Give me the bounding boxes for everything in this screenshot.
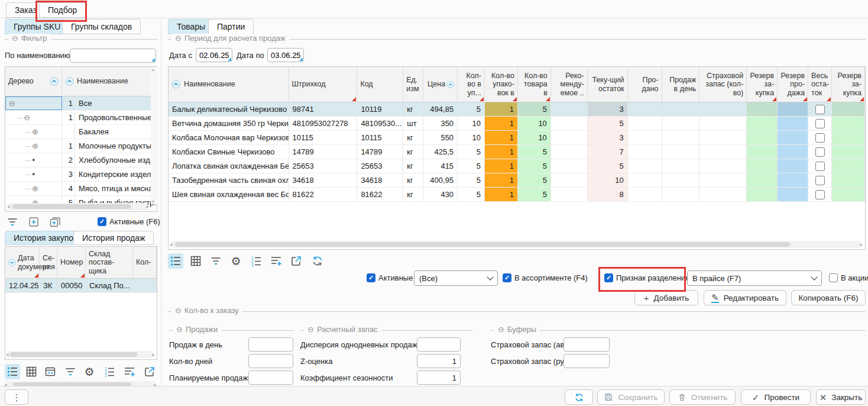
tab-sales-history[interactable]: История продаж — [73, 231, 154, 245]
row-checkbox[interactable] — [808, 145, 832, 159]
add-icon[interactable] — [26, 214, 41, 230]
days-count-input[interactable] — [248, 354, 293, 368]
column-header[interactable]: Наименование — [169, 67, 289, 102]
row-checkbox[interactable] — [808, 102, 832, 116]
save-button[interactable]: Сохранить — [597, 389, 665, 405]
goods-horizontal-scrollbar[interactable] — [170, 241, 862, 248]
column-header[interactable]: Продаж в день — [662, 67, 700, 102]
active-f6-checkbox[interactable]: ✓ — [98, 217, 106, 226]
tree-row[interactable]: ⊖1Все — [5, 96, 157, 111]
table-row[interactable]: Балык деликатесный Черкизово9874110119кг… — [169, 102, 865, 117]
column-header[interactable]: Резерв за-купка — [832, 67, 865, 102]
tree-leaf-icon[interactable]: ● — [5, 167, 62, 181]
column-header[interactable]: Кол- — [133, 247, 157, 278]
gear-icon[interactable]: ⚙ — [228, 253, 244, 269]
split-flag-checkbox[interactable]: ✓ — [604, 273, 613, 282]
row-checkbox[interactable] — [808, 173, 832, 187]
column-header[interactable]: Се-рия — [40, 247, 57, 278]
active-checkbox[interactable]: ✓ — [367, 273, 375, 282]
numbered-list-icon[interactable]: 123 — [248, 253, 264, 269]
column-header[interactable]: Код — [357, 67, 403, 102]
name-filter-input[interactable] — [70, 49, 156, 62]
table-row[interactable]: Шея свиная охлажденная вес Бо...81622816… — [169, 188, 865, 202]
tree-leaf-icon[interactable]: ● — [5, 153, 62, 167]
sync-icon[interactable] — [310, 253, 325, 269]
post-button[interactable]: ✓ Провести — [741, 389, 811, 405]
close-button[interactable]: ✕ Закрыть — [816, 389, 866, 405]
export-icon[interactable] — [289, 253, 304, 269]
column-header[interactable]: Цена — [423, 67, 458, 102]
filter-icon[interactable] — [5, 214, 20, 230]
refresh-button[interactable] — [565, 389, 593, 405]
collapse-icon[interactable]: ⊖ — [307, 326, 314, 333]
date-from-input[interactable] — [196, 49, 232, 62]
row-checkbox[interactable] — [808, 188, 832, 201]
column-header[interactable]: Кол-во товара в — [518, 67, 551, 102]
list-details-icon[interactable] — [168, 253, 183, 269]
column-header[interactable]: Весь оста-ток — [808, 67, 832, 102]
column-header[interactable]: Страховой запас (кол-во) — [699, 67, 747, 102]
tree-row[interactable]: ●3Кондитерские издел... — [5, 167, 157, 182]
table-row[interactable]: Лопатка свиная охлажденная Бел...2565325… — [169, 159, 865, 173]
promo-checkbox[interactable] — [829, 273, 838, 282]
column-header[interactable]: Про-дано — [628, 67, 662, 102]
date-to-input[interactable] — [268, 49, 303, 62]
safety-stock-manual-input[interactable] — [563, 354, 610, 368]
price-list-dropdown[interactable]: В прайсе (F7) — [687, 270, 822, 286]
copy-button[interactable]: Копировать (F6) — [791, 290, 866, 305]
row-checkbox[interactable] — [808, 131, 832, 144]
grid-icon[interactable] — [24, 364, 39, 379]
table-row[interactable]: Ветчина домашняя 350 гр Черкиз...4810953… — [169, 117, 865, 131]
seasonality-input[interactable] — [417, 370, 461, 385]
dispersion-input[interactable] — [417, 337, 461, 352]
tab-batches[interactable]: Партии — [208, 19, 254, 34]
column-header[interactable]: Теку-щий остаток — [588, 67, 628, 102]
collapse-icon[interactable]: ⊖ — [12, 34, 18, 42]
column-header[interactable]: Кол-во в уп... — [458, 67, 485, 102]
sales-per-day-input[interactable] — [248, 337, 293, 352]
tree-collapse-icon[interactable]: ⊖ — [5, 111, 62, 124]
column-header[interactable]: Резерв про-дажа — [778, 67, 808, 102]
edit-button[interactable]: ✎ Редактировать — [704, 290, 786, 305]
tree-name-column-header[interactable]: Наименование — [62, 67, 157, 96]
list-add-icon[interactable] — [122, 364, 137, 379]
table-row[interactable]: Колбаса Молочная вар Черкизово1011510115… — [169, 131, 865, 145]
tab-warehouse-groups[interactable]: Группы складов — [62, 19, 141, 34]
tree-horizontal-scrollbar[interactable] — [8, 203, 148, 210]
list-details-icon[interactable] — [5, 364, 20, 379]
export-icon[interactable] — [142, 364, 157, 379]
collapse-icon[interactable]: ⊖ — [175, 34, 182, 42]
table-row[interactable]: Тазобедренная часть свиная охл...3461834… — [169, 173, 865, 188]
add-multiple-icon[interactable] — [47, 214, 63, 230]
row-checkbox[interactable] — [808, 159, 832, 173]
all-dropdown[interactable]: (Все) — [414, 270, 498, 286]
list-add-icon[interactable] — [268, 253, 284, 269]
history-row[interactable]: 12.04.25ЗК00050Склад По... — [5, 279, 157, 293]
tree-collapse-icon[interactable]: ⊖ — [5, 96, 62, 110]
column-header[interactable]: Дата документ — [5, 247, 40, 278]
column-header[interactable]: Ед. изм — [403, 67, 423, 102]
tree-expand-icon[interactable]: ⊕ — [5, 125, 62, 138]
calendar-icon[interactable] — [43, 364, 58, 379]
panel-splitter[interactable] — [161, 18, 161, 385]
tree-row[interactable]: ⊖1Продовольственные... — [5, 111, 157, 125]
column-header[interactable]: Резерв за-купка — [747, 67, 778, 102]
collapse-icon[interactable]: ⊖ — [176, 326, 183, 333]
column-header[interactable]: Штрихкод — [289, 67, 358, 102]
assortment-checkbox[interactable]: ✓ — [503, 273, 511, 282]
column-header[interactable]: Номер — [57, 247, 86, 278]
tree-vertical-scrollbar[interactable] — [151, 67, 157, 204]
tree-row[interactable]: ⊕1Молочные продукты — [5, 139, 157, 153]
tree-expand-icon[interactable]: ⊕ — [5, 139, 62, 153]
collapse-icon[interactable]: ⊖ — [498, 326, 504, 333]
tab-podbor[interactable]: Подбор — [39, 2, 86, 18]
tree-expand-icon[interactable]: ⊕ — [5, 182, 62, 195]
filter-icon[interactable] — [208, 253, 224, 269]
tab-sku-groups[interactable]: Группы SKU — [5, 19, 69, 34]
cancel-button[interactable]: Отменить — [669, 389, 736, 405]
gear-icon[interactable]: ⚙ — [82, 364, 97, 379]
add-button[interactable]: + Добавить — [634, 290, 698, 305]
tree-row[interactable]: ⊕4Мясо, птица и мясна... — [5, 182, 157, 196]
history-horizontal-scrollbar[interactable] — [7, 351, 154, 358]
tab-goods[interactable]: Товары — [168, 19, 214, 34]
